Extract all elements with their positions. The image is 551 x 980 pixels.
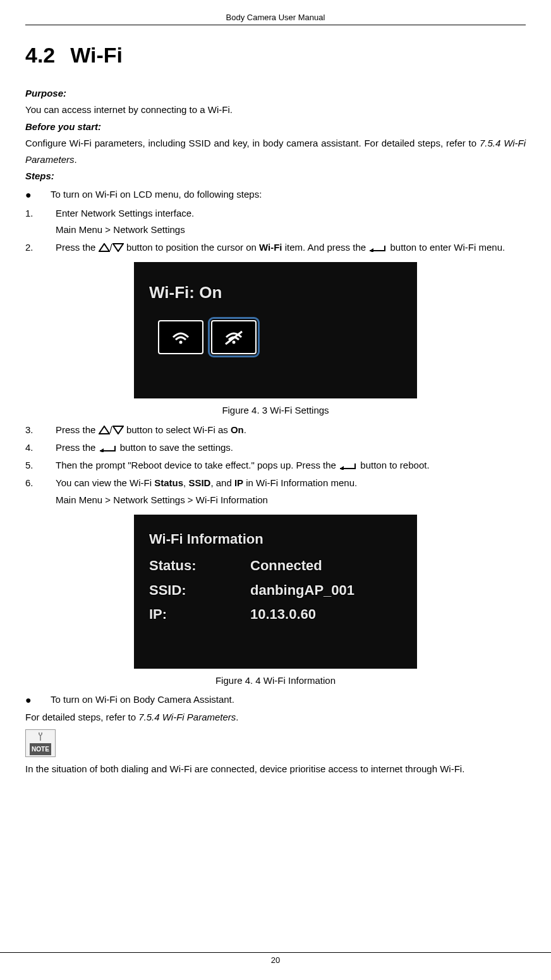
bullet-item: ● To turn on Wi-Fi on Body Camera Assist… xyxy=(25,691,526,709)
step-text: Press the / button to select Wi-Fi as On… xyxy=(56,422,526,438)
step-number: 3. xyxy=(25,422,43,438)
bullet-item: ● To turn on Wi-Fi on LCD menu, do follo… xyxy=(25,186,526,204)
figure-2-caption: Figure 4. 4 Wi-Fi Information xyxy=(25,672,526,689)
svg-marker-0 xyxy=(99,244,109,251)
step-number: 1. xyxy=(25,205,43,222)
step-3: 3. Press the / button to select Wi-Fi as… xyxy=(25,422,526,438)
wifi-off-option[interactable] xyxy=(211,320,257,354)
wifi-on-icon xyxy=(169,328,192,346)
enter-icon xyxy=(368,244,387,252)
step-number: 4. xyxy=(25,439,43,456)
wifi-settings-screenshot: Wi-Fi: On xyxy=(134,262,417,398)
svg-marker-6 xyxy=(99,426,109,434)
up-triangle-icon xyxy=(99,426,110,434)
figure-1-caption: Figure 4. 3 Wi-Fi Settings xyxy=(25,402,526,419)
down-triangle-icon xyxy=(112,426,124,434)
section-number: 4.2 xyxy=(25,43,55,68)
plant-icon xyxy=(37,732,44,741)
section-title: Wi-Fi xyxy=(70,43,123,68)
down-triangle-icon xyxy=(112,243,124,252)
info-row-status: Status: Connected xyxy=(149,554,402,578)
bullet-icon: ● xyxy=(25,691,38,709)
step-text: Press the / button to position the curso… xyxy=(56,239,526,256)
doc-header: Body Camera User Manual xyxy=(25,13,526,25)
svg-point-4 xyxy=(233,340,236,344)
step-1-path: Main Menu > Network Settings xyxy=(56,222,526,238)
svg-marker-1 xyxy=(113,244,123,251)
up-triangle-icon xyxy=(99,243,110,252)
svg-point-3 xyxy=(179,340,183,344)
before-text: Configure Wi-Fi parameters, including SS… xyxy=(25,135,526,169)
step-number: 2. xyxy=(25,239,43,256)
bullet-icon: ● xyxy=(25,186,38,204)
steps-label: Steps: xyxy=(25,168,526,184)
step-text: Press the button to save the settings. xyxy=(56,439,526,456)
screenshot-title: Wi-Fi Information xyxy=(149,527,402,552)
page-number: 20 xyxy=(0,952,551,965)
purpose-text: You can access internet by connecting to… xyxy=(25,102,526,118)
section-heading: 4.2 Wi-Fi xyxy=(25,43,526,68)
note-label: NOTE xyxy=(30,743,51,756)
note-icon: NOTE xyxy=(25,729,56,757)
purpose-label: Purpose: xyxy=(25,85,526,102)
before-label: Before you start: xyxy=(25,119,526,135)
ref-line: For detailed steps, refer to 7.5.4 Wi-Fi… xyxy=(25,709,526,726)
step-text: Enter Network Settings interface. xyxy=(56,205,526,222)
enter-icon xyxy=(339,462,358,470)
step-2: 2. Press the / button to position the cu… xyxy=(25,239,526,256)
step-number: 6. xyxy=(25,475,43,491)
wifi-info-screenshot: Wi-Fi Information Status: Connected SSID… xyxy=(134,515,417,669)
step-1: 1. Enter Network Settings interface. xyxy=(25,205,526,222)
screenshot-title: Wi-Fi: On xyxy=(149,278,402,308)
step-5: 5. Then the prompt "Reboot device to tak… xyxy=(25,457,526,474)
bullet-text: To turn on Wi-Fi on Body Camera Assistan… xyxy=(51,691,526,709)
bullet-text: To turn on Wi-Fi on LCD menu, do followi… xyxy=(51,186,526,204)
info-row-ip: IP: 10.13.0.60 xyxy=(149,602,402,627)
wifi-off-icon xyxy=(222,328,245,346)
step-6-path: Main Menu > Network Settings > Wi-Fi Inf… xyxy=(56,492,526,508)
wifi-on-option[interactable] xyxy=(158,320,203,354)
svg-marker-7 xyxy=(113,426,123,434)
step-text: Then the prompt "Reboot device to take e… xyxy=(56,457,526,474)
enter-icon xyxy=(99,445,118,452)
step-number: 5. xyxy=(25,457,43,474)
step-text: You can view the Wi-Fi Status, SSID, and… xyxy=(56,475,526,491)
info-row-ssid: SSID: danbingAP_001 xyxy=(149,578,402,603)
step-4: 4. Press the button to save the settings… xyxy=(25,439,526,456)
note-text: In the situation of both dialing and Wi-… xyxy=(25,761,526,777)
step-6: 6. You can view the Wi-Fi Status, SSID, … xyxy=(25,475,526,491)
